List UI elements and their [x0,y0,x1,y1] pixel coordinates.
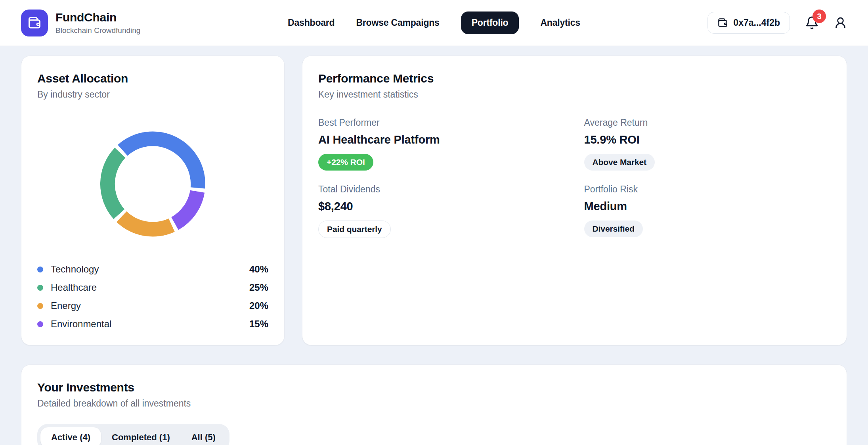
metric-portfolio-risk: Portfolio Risk Medium Diversified [584,184,831,238]
paid-quarterly-badge: Paid quarterly [318,221,391,238]
app-logo [21,10,48,36]
investments-subtitle: Detailed breakdown of all investments [37,398,831,409]
donut-chart-svg [37,100,268,259]
top-navbar: FundChain Blockchain Crowdfunding Dashbo… [0,0,868,46]
donut-segment-energy [117,211,175,236]
legend-item-healthcare: Healthcare 25% [37,278,268,297]
metrics-grid: Best Performer AI Healthcare Platform +2… [318,117,831,238]
legend-item-environmental: Environmental 15% [37,315,268,333]
wallet-icon [717,17,728,28]
asset-allocation-title: Asset Allocation [37,72,268,85]
metric-label: Total Dividends [318,184,565,195]
healthcare-dot [37,285,43,291]
investments-tablist: Active (4) Completed (1) All (5) [37,424,229,445]
legend-value: 25% [249,282,268,293]
performance-subtitle: Key investment statistics [318,89,831,100]
main-nav: Dashboard Browse Campaigns Portfolio Ana… [288,12,580,34]
legend-label: Energy [51,300,81,311]
wallet-address-button[interactable]: 0x7a...4f2b [707,12,790,34]
legend-label: Healthcare [51,282,97,293]
energy-dot [37,303,43,309]
allocation-donut-chart [37,100,268,259]
metric-label: Average Return [584,117,831,128]
roi-badge: +22% ROI [318,154,373,171]
metric-average-return: Average Return 15.9% ROI Above Market [584,117,831,171]
legend-label: Environmental [51,318,111,330]
brand: FundChain Blockchain Crowdfunding [21,10,140,36]
app-tagline: Blockchain Crowdfunding [55,26,140,35]
notifications-button[interactable]: 3 [805,16,819,30]
nav-item-dashboard[interactable]: Dashboard [288,17,335,28]
investments-title: Your Investments [37,381,831,394]
legend-item-energy: Energy 20% [37,297,268,315]
your-investments-card: Your Investments Detailed breakdown of a… [21,364,847,445]
donut-segment-technology [118,131,205,188]
diversified-badge: Diversified [584,221,643,237]
metric-value: Medium [584,200,831,213]
donut-segment-environmental [171,190,205,230]
metric-value: 15.9% ROI [584,133,831,146]
legend-item-technology: Technology 40% [37,260,268,278]
wallet-address: 0x7a...4f2b [733,17,780,28]
donut-segment-healthcare [100,148,125,219]
asset-allocation-subtitle: By industry sector [37,89,268,100]
metric-best-performer: Best Performer AI Healthcare Platform +2… [318,117,565,171]
legend-label: Technology [51,264,99,275]
profile-button[interactable] [834,16,847,29]
metric-value: AI Healthcare Platform [318,133,565,146]
asset-allocation-card: Asset Allocation By industry sector Tech… [21,56,285,345]
above-market-badge: Above Market [584,154,655,171]
tab-all[interactable]: All (5) [181,427,226,445]
header-actions: 0x7a...4f2b 3 [707,12,847,34]
top-cards-row: Asset Allocation By industry sector Tech… [21,56,847,345]
notification-count-badge: 3 [813,10,826,23]
portfolio-page: Asset Allocation By industry sector Tech… [0,46,868,445]
user-icon [834,16,847,29]
allocation-legend: Technology 40% Healthcare 25% Energy 20%… [37,260,268,333]
nav-item-browse-campaigns[interactable]: Browse Campaigns [356,17,439,28]
legend-value: 40% [249,264,268,275]
app-title: FundChain [55,11,140,24]
wallet-icon [27,16,42,30]
legend-value: 20% [249,300,268,311]
metric-total-dividends: Total Dividends $8,240 Paid quarterly [318,184,565,238]
tab-completed[interactable]: Completed (1) [101,427,181,445]
performance-metrics-card: Performance Metrics Key investment stati… [302,56,847,345]
metric-label: Portfolio Risk [584,184,831,195]
metric-label: Best Performer [318,117,565,128]
technology-dot [37,267,43,272]
performance-title: Performance Metrics [318,72,831,85]
metric-value: $8,240 [318,200,565,213]
legend-value: 15% [249,318,268,330]
brand-text: FundChain Blockchain Crowdfunding [55,11,140,35]
environmental-dot [37,321,43,327]
nav-item-analytics[interactable]: Analytics [540,17,580,28]
nav-item-portfolio-active[interactable]: Portfolio [461,12,519,34]
tab-active[interactable]: Active (4) [40,427,101,445]
